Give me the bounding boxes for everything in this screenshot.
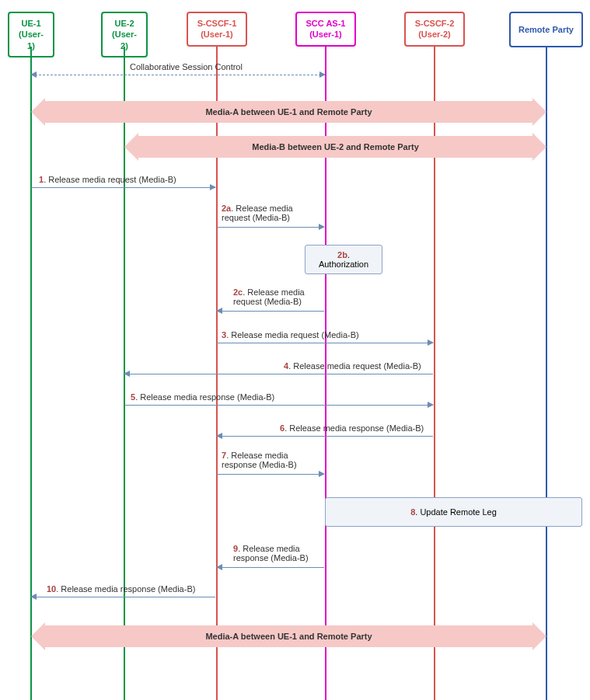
step-5-label: 5. Release media response (Media-B) [131,392,274,402]
step-text2: request (Media-B) [233,297,302,306]
participant-sccas1: SCC AS-1 (User-1) [295,12,356,47]
sequence-diagram: UE-1 (User-1) UE-2 (User-2) S-CSCF-1 (Us… [0,0,590,700]
step-4-label: 4. Release media request (Media-B) [284,361,421,371]
step-text: . Release media request (Media-B) [44,175,176,184]
participant-remote: Remote Party [509,12,583,47]
arrow-step-2c [217,311,324,312]
participant-label: SCC AS-1 [305,18,347,29]
step-text2: response (Media-B) [233,553,309,562]
arrow-step-6 [217,436,433,437]
step-text2: request (Media-B) [222,213,290,222]
step-text2: Authorization [319,259,368,269]
participant-label: S-CSCF-2 [414,18,456,29]
step-text: . Release media [243,287,305,297]
arrow-step-7 [217,474,324,475]
arrow-step-4 [124,374,433,374]
step-2a-label: 2a. Release media request (Media-B) [222,204,315,222]
step-text: . Update Remote Leg [415,507,497,517]
step-text: . Release media response (Media-B) [56,584,195,594]
step-text: . Release media request (Media-B) [226,330,359,340]
step-text: . Release media [231,204,293,213]
step-number: 2b [337,250,347,259]
participant-label: UE-1 [17,18,45,29]
step-6-label: 6. Release media response (Media-B) [280,423,424,433]
lifeline-ue1 [30,47,32,700]
step-text: . Release media [238,544,300,553]
step-8-box: 8. Update Remote Leg [325,497,582,527]
media-a-label-bottom: Media-A between UE-1 and Remote Party [205,632,372,641]
step-9-label: 9. Release media response (Media-B) [233,544,334,562]
step-1-label: 1. Release media request (Media-B) [39,175,176,184]
step-number: 10 [47,584,56,594]
step-text: . Release media response (Media-B) [285,423,424,433]
step-text2: response (Media-B) [222,460,297,469]
media-b-bar: Media-B between UE-2 and Remote Party [138,136,532,158]
step-text: . Release media [226,451,288,460]
step-7-label: 7. Release media response (Media-B) [222,451,323,469]
media-a-bar-top: Media-A between UE-1 and Remote Party [45,101,532,123]
collab-session-arrow [31,75,325,75]
participant-sublabel: (User-2) [414,29,456,40]
arrow-step-10 [31,597,215,597]
step-number: 2c [233,287,243,297]
step-2c-label: 2c. Release media request (Media-B) [233,287,326,306]
step-number: 2a [222,204,231,213]
media-b-label: Media-B between UE-2 and Remote Party [252,142,419,151]
participant-scscf1: S-CSCF-1 (User-1) [187,12,247,47]
arrow-step-9 [217,567,324,568]
media-a-label: Media-A between UE-1 and Remote Party [205,107,372,117]
participant-label: S-CSCF-1 [196,18,238,29]
arrow-step-3 [217,343,433,343]
step-10-label: 10. Release media response (Media-B) [47,584,195,594]
step-text: . Release media response (Media-B) [135,392,274,402]
step-2b-box: 2b. Authorization [305,245,382,274]
arrow-step-5 [124,405,433,406]
collab-session-label: Collaborative Session Control [130,62,243,71]
participant-label: Remote Party [515,24,577,35]
participant-sublabel: (User-1) [305,29,347,40]
participant-sublabel: (User-1) [196,29,238,40]
arrow-step-1 [31,187,215,188]
arrow-step-2a [217,227,324,228]
participant-label: UE-2 [110,18,138,29]
media-a-bar-bottom: Media-A between UE-1 and Remote Party [45,625,532,647]
step-text: . Release media request (Media-B) [288,361,421,371]
step-3-label: 3. Release media request (Media-B) [222,330,359,340]
participant-scscf2: S-CSCF-2 (User-2) [404,12,465,47]
step-text: . [347,250,350,259]
